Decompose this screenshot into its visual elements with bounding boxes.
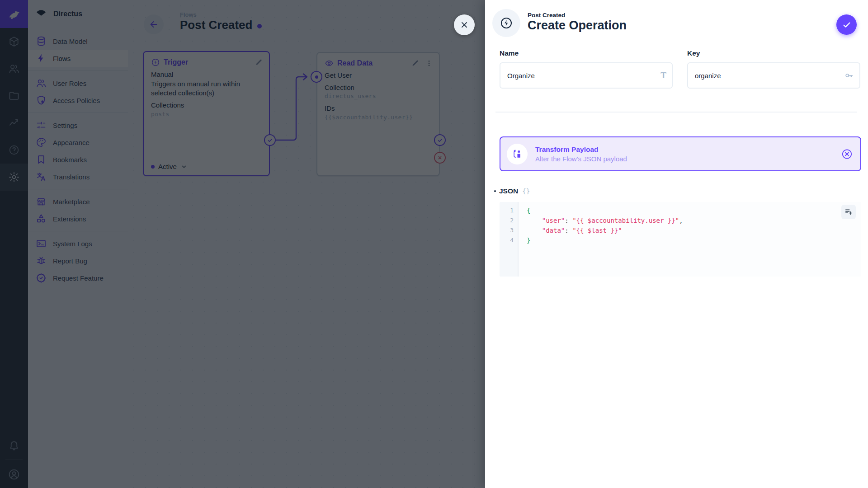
line-number: 1 <box>500 206 518 216</box>
transform-icon <box>507 144 528 164</box>
name-field-group: Name T <box>500 49 673 89</box>
line-number: 3 <box>500 225 518 235</box>
line-number: 4 <box>500 235 518 245</box>
drawer-header-icon-circle <box>492 9 520 37</box>
modified-dot <box>494 190 496 192</box>
close-icon <box>459 20 469 30</box>
banner-title: Transform Payload <box>535 145 627 154</box>
modal-overlay[interactable] <box>0 0 485 488</box>
json-field-header: JSON {} <box>494 187 530 196</box>
code-line: { <box>527 206 861 216</box>
drawer-divider <box>495 112 857 113</box>
banner-subtitle: Alter the Flow's JSON payload <box>535 155 627 163</box>
json-field-label: JSON <box>499 187 518 195</box>
save-operation-button[interactable] <box>836 14 857 35</box>
name-field-label: Name <box>500 49 673 57</box>
code-line: } <box>527 235 861 245</box>
title-formatter-icon[interactable]: T <box>660 70 666 80</box>
key-input[interactable] <box>687 62 860 89</box>
code-line: "data": "{{ $last }}" <box>527 225 861 235</box>
check-icon <box>842 20 852 30</box>
transform-payload-banner[interactable]: Transform Payload Alter the Flow's JSON … <box>500 136 861 171</box>
code-line: "user": "{{ $accountability.user }}", <box>527 216 861 225</box>
insert-variable-button[interactable] <box>841 205 856 219</box>
playlist-add-icon <box>844 207 853 216</box>
line-number-gutter: 1234 <box>500 202 519 277</box>
line-number: 2 <box>500 216 518 225</box>
name-input[interactable] <box>500 62 673 89</box>
drawer-close-button[interactable] <box>454 14 475 35</box>
key-icon <box>844 70 854 80</box>
key-field-group: Key <box>687 49 860 89</box>
bolt-circle-icon <box>500 16 513 30</box>
create-operation-drawer: Post Created Create Operation Name T Key… <box>485 0 868 488</box>
braces-icon: {} <box>522 188 530 195</box>
json-code-editor[interactable]: 1234 { "user": "{{ $accountability.user … <box>500 202 861 277</box>
key-field-label: Key <box>687 49 860 57</box>
remove-operation-icon[interactable] <box>841 148 853 160</box>
code-lines: { "user": "{{ $accountability.user }}", … <box>527 206 861 245</box>
drawer-title: Create Operation <box>528 19 627 33</box>
drawer-breadcrumb: Post Created <box>528 12 565 19</box>
code-area[interactable]: { "user": "{{ $accountability.user }}", … <box>519 202 861 277</box>
